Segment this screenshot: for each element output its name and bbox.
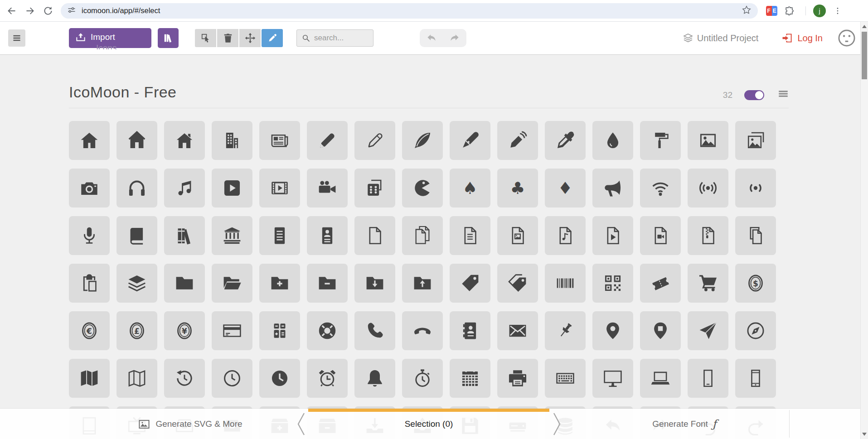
icon-cart[interactable]: [688, 264, 728, 303]
icon-ticket[interactable]: [640, 264, 681, 303]
icon-laptop[interactable]: [640, 359, 681, 398]
bookmark-star-icon[interactable]: [742, 5, 752, 17]
icon-music[interactable]: [164, 169, 205, 207]
icon-coin-euro[interactable]: €: [69, 311, 110, 350]
icon-map[interactable]: [69, 359, 110, 398]
icon-bell[interactable]: [354, 359, 395, 398]
extensions-puzzle-icon[interactable]: [780, 2, 798, 20]
icon-podcast[interactable]: [688, 169, 728, 207]
icon-connection[interactable]: [640, 169, 681, 207]
icon-stopwatch[interactable]: [402, 359, 443, 398]
browser-avatar[interactable]: j: [813, 5, 826, 17]
icon-home3[interactable]: [164, 121, 205, 160]
icon-clock[interactable]: [212, 359, 252, 398]
login-button[interactable]: Log In: [782, 33, 823, 43]
icon-folder-open[interactable]: [212, 264, 252, 303]
icon-pacman[interactable]: [402, 169, 443, 207]
icon-dice[interactable]: [354, 169, 395, 207]
delete-tool-button[interactable]: [217, 29, 238, 47]
icon-quill[interactable]: [402, 121, 443, 160]
icon-camera[interactable]: [69, 169, 110, 207]
icon-map2[interactable]: [116, 359, 157, 398]
icon-file-empty[interactable]: [354, 216, 395, 255]
selection-button[interactable]: Selection (0): [308, 409, 549, 439]
scrollbar-up-arrow[interactable]: [861, 23, 868, 30]
icon-office[interactable]: [212, 121, 252, 160]
selection-prev-chevron[interactable]: [296, 412, 307, 436]
icon-files-empty[interactable]: [402, 216, 443, 255]
select-tool-button[interactable]: [195, 29, 216, 47]
move-tool-button[interactable]: [239, 29, 261, 47]
icon-display[interactable]: [592, 359, 633, 398]
generate-svg-button[interactable]: Generate SVG & More: [77, 409, 304, 439]
icon-qrcode[interactable]: [592, 264, 633, 303]
page-scrollbar[interactable]: [860, 22, 868, 439]
icon-phone[interactable]: [354, 311, 395, 350]
icon-file-text2[interactable]: [450, 216, 490, 255]
undo-button[interactable]: [426, 33, 437, 43]
icon-profile[interactable]: [307, 216, 348, 255]
icon-pen[interactable]: [450, 121, 490, 160]
icon-mic[interactable]: [69, 216, 110, 255]
icon-folder-download[interactable]: [354, 264, 395, 303]
import-icons-button[interactable]: Import Icons: [69, 28, 151, 48]
icon-clubs[interactable]: ♣: [497, 169, 538, 207]
icon-pushpin[interactable]: [545, 311, 586, 350]
icon-mobile[interactable]: [688, 359, 728, 398]
icon-coin-dollar[interactable]: $: [735, 264, 776, 303]
browser-reload-button[interactable]: [39, 2, 57, 20]
icon-image[interactable]: [688, 121, 728, 160]
icon-spades[interactable]: ♠: [450, 169, 490, 207]
icon-video-camera[interactable]: [307, 169, 348, 207]
icon-images[interactable]: [735, 121, 776, 160]
icon-credit-card[interactable]: [212, 311, 252, 350]
icon-home[interactable]: [69, 121, 110, 160]
search-input[interactable]: [314, 34, 369, 43]
icon-folder[interactable]: [164, 264, 205, 303]
icon-file-play[interactable]: [592, 216, 633, 255]
icon-folder-upload[interactable]: [402, 264, 443, 303]
icon-pencil[interactable]: [307, 121, 348, 160]
icon-mobile2[interactable]: [735, 359, 776, 398]
icon-location2[interactable]: [640, 311, 681, 350]
icon-file-zip[interactable]: [688, 216, 728, 255]
icon-eyedropper[interactable]: [545, 121, 586, 160]
icon-stack[interactable]: [116, 264, 157, 303]
icon-library[interactable]: [212, 216, 252, 255]
browser-menu-kebab-icon[interactable]: [829, 2, 847, 20]
icon-newspaper[interactable]: [259, 121, 300, 160]
icon-play[interactable]: [212, 169, 252, 207]
redo-button[interactable]: [449, 33, 460, 43]
edit-tool-button[interactable]: [262, 29, 283, 47]
scrollbar-down-arrow[interactable]: [861, 430, 868, 438]
icon-clock2[interactable]: [259, 359, 300, 398]
icon-address-book[interactable]: [450, 311, 490, 350]
icon-coin-yen[interactable]: ¥: [164, 311, 205, 350]
icon-printer[interactable]: [497, 359, 538, 398]
icon-coin-pound[interactable]: £: [116, 311, 157, 350]
icon-file-video[interactable]: [640, 216, 681, 255]
icon-location[interactable]: [592, 311, 633, 350]
icon-file-music[interactable]: [545, 216, 586, 255]
extension-fe-icon[interactable]: FE: [766, 6, 777, 16]
icon-history[interactable]: [164, 359, 205, 398]
icon-compass[interactable]: [688, 311, 728, 350]
scrollbar-thumb[interactable]: [862, 32, 867, 79]
generate-font-button[interactable]: Generate Font ƒ: [580, 409, 789, 439]
icon-file-picture[interactable]: [497, 216, 538, 255]
icon-diamonds[interactable]: ♦: [545, 169, 586, 207]
icon-folder-plus[interactable]: [259, 264, 300, 303]
icon-books[interactable]: [164, 216, 205, 255]
icon-keyboard[interactable]: [545, 359, 586, 398]
icon-compass2[interactable]: [735, 311, 776, 350]
menu-hamburger-button[interactable]: [8, 29, 25, 47]
icon-bullhorn[interactable]: [592, 169, 633, 207]
icon-price-tag[interactable]: [450, 264, 490, 303]
project-name-button[interactable]: Untitled Project: [683, 33, 759, 43]
browser-forward-button[interactable]: [21, 2, 39, 20]
site-info-icon[interactable]: [67, 5, 76, 16]
icon-book[interactable]: [116, 216, 157, 255]
icon-lifebuoy[interactable]: [307, 311, 348, 350]
icon-folder-minus[interactable]: [307, 264, 348, 303]
icon-droplet[interactable]: [592, 121, 633, 160]
